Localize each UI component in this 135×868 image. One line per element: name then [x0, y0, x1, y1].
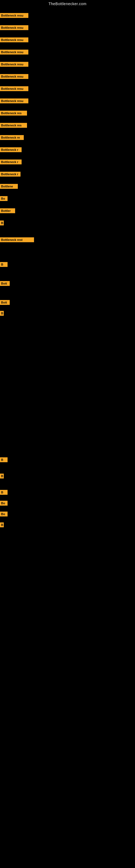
bar-row-22: B	[0, 311, 4, 316]
bar-label-8: Bottleneck res	[0, 111, 27, 116]
bar-row-27: Bo	[0, 512, 8, 517]
bar-label-19: B	[0, 262, 8, 267]
bar-row-4: Bottleneck resu	[0, 62, 28, 67]
bar-row-16: Bottler	[0, 208, 15, 213]
bar-row-8: Bottleneck res	[0, 111, 27, 116]
bar-label-12: Bottleneck r	[0, 159, 21, 164]
bar-row-19: B	[0, 262, 8, 267]
bar-label-9: Bottleneck res	[0, 123, 27, 128]
bar-row-2: Bottleneck resu	[0, 37, 28, 42]
bar-row-1: Bottleneck resu	[0, 25, 28, 30]
bar-row-3: Bottleneck resu	[0, 50, 28, 55]
bar-label-4: Bottleneck resu	[0, 62, 28, 67]
bar-row-5: Bottleneck resu	[0, 74, 28, 79]
bar-label-1: Bottleneck resu	[0, 25, 28, 30]
bar-row-10: Bottleneck re	[0, 135, 24, 140]
bar-label-21: Bott	[0, 300, 10, 305]
bar-row-6: Bottleneck resu	[0, 86, 28, 91]
bar-row-25: B	[0, 490, 8, 495]
bar-label-15: Bo	[0, 196, 8, 201]
bar-label-14: Bottlene	[0, 184, 18, 189]
bar-label-6: Bottleneck resu	[0, 86, 28, 91]
bar-label-24: B	[0, 474, 4, 478]
bar-row-15: Bo	[0, 196, 8, 201]
bar-label-3: Bottleneck resu	[0, 50, 28, 55]
bar-label-16: Bottler	[0, 208, 15, 213]
bar-row-23: B	[0, 457, 8, 462]
bar-row-24: B	[0, 474, 4, 478]
bar-label-0: Bottleneck resu	[0, 13, 28, 18]
bar-label-7: Bottleneck resu	[0, 98, 28, 103]
bar-label-27: Bo	[0, 512, 8, 517]
bar-row-28: B	[0, 522, 4, 527]
bar-label-18: Bottleneck rest	[0, 237, 34, 242]
bar-label-22: B	[0, 311, 4, 316]
bar-row-0: Bottleneck resu	[0, 13, 28, 18]
bar-label-20: Bott	[0, 281, 10, 286]
bar-label-28: B	[0, 522, 4, 527]
bar-row-14: Bottlene	[0, 184, 18, 189]
bar-label-5: Bottleneck resu	[0, 74, 28, 79]
bar-row-12: Bottleneck r	[0, 159, 21, 164]
bar-row-13: Bottleneck r	[0, 172, 20, 177]
bar-row-11: Bottleneck r	[0, 147, 21, 152]
bar-row-9: Bottleneck res	[0, 123, 27, 128]
bar-label-11: Bottleneck r	[0, 147, 21, 152]
bar-row-26: Bo	[0, 501, 8, 506]
bar-label-13: Bottleneck r	[0, 172, 20, 177]
bar-label-2: Bottleneck resu	[0, 37, 28, 42]
bar-row-7: Bottleneck resu	[0, 98, 28, 103]
bar-label-17: B	[0, 220, 4, 225]
bar-label-26: Bo	[0, 501, 8, 506]
bar-label-23: B	[0, 457, 8, 462]
site-title: TheBottlenecker.com	[0, 0, 135, 7]
bar-row-17: B	[0, 220, 4, 225]
bar-label-10: Bottleneck re	[0, 135, 24, 140]
bar-row-20: Bott	[0, 281, 10, 286]
bar-label-25: B	[0, 490, 8, 495]
bar-row-21: Bott	[0, 300, 10, 305]
bar-row-18: Bottleneck rest	[0, 237, 34, 242]
